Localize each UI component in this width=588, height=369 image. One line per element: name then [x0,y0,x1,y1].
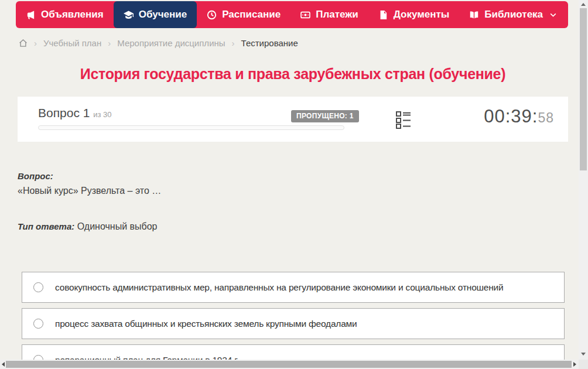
answer-option-label: совокупность административных мер, напра… [55,282,504,293]
answer-option-label: процесс захвата общинных и крестьянских … [55,319,357,329]
question-text: «Новый курс» Рузвельта – это … [18,186,161,196]
breadcrumb-testing: Тестирование [241,38,298,48]
radio-button[interactable] [33,282,43,292]
nav-item-label: Обучение [139,9,187,20]
triangle-up-icon [581,3,586,6]
main-navbar: Объявления Обучение Расписание Платежи Д… [16,1,568,28]
cash-icon [300,10,310,20]
megaphone-icon [26,10,36,20]
chevron-down-icon [548,11,557,19]
nav-item-label: Документы [394,9,450,20]
question-total: из 30 [93,110,111,119]
answer-type-value: Одиночный выбор [77,221,158,231]
page-title: История государства и права зарубежных с… [0,66,586,83]
graduation-cap-icon [124,10,134,20]
nav-item-learning[interactable]: Обучение [114,1,197,28]
timer-minutes: 00:39: [484,106,538,127]
answer-type-row: Тип ответа: Одиночный выбор [18,221,158,232]
skipped-badge: ПРОПУЩЕНО: 1 [291,110,359,122]
triangle-down-icon [581,353,586,356]
triangle-right-icon [573,362,576,367]
question-counter: Вопрос 1 из 30 [38,106,112,120]
horizontal-scrollbar[interactable] [0,360,579,369]
breadcrumb-separator: › [34,38,37,48]
triangle-left-icon [2,362,5,367]
home-icon[interactable] [19,39,28,47]
answer-option[interactable]: совокупность административных мер, напра… [22,272,565,303]
answer-type-label: Тип ответа: [18,221,74,231]
nav-item-label: Расписание [222,9,281,20]
answer-option[interactable]: процесс захвата общинных и крестьянских … [22,308,565,339]
radio-button[interactable] [33,319,43,329]
clock-icon [207,10,217,20]
answer-options: совокупность административных мер, напра… [22,272,565,369]
nav-item-label: Библиотека [484,9,543,20]
horizontal-scrollbar-thumb[interactable] [6,361,572,368]
vertical-scrollbar-thumb[interactable] [580,8,587,170]
question-prompt-label: Вопрос: [18,171,53,181]
question-list-icon [396,122,411,131]
breadcrumb-study-plan[interactable]: Учебный план [43,38,101,48]
nav-item-documents[interactable]: Документы [368,1,460,28]
book-icon [469,10,479,20]
breadcrumb-separator: › [232,38,235,48]
question-list-button[interactable] [395,111,411,129]
nav-item-announcements[interactable]: Объявления [16,1,114,28]
scroll-right-arrow[interactable] [570,360,579,368]
nav-item-library[interactable]: Библиотека [459,1,567,28]
nav-item-label: Объявления [41,9,104,20]
scroll-down-arrow[interactable] [579,350,588,358]
question-number: Вопрос 1 [38,106,90,119]
scroll-up-arrow[interactable] [579,0,588,8]
progress-bar [38,125,344,130]
breadcrumb-discipline-event[interactable]: Мероприятие дисциплины [117,38,225,48]
timer-seconds: 58 [538,110,554,125]
breadcrumb: › Учебный план › Мероприятие дисциплины … [19,36,298,49]
scrollbar-corner [579,360,588,369]
quiz-header-panel: Вопрос 1 из 30 ПРОПУЩЕНО: 1 00:39:58 [18,97,568,142]
nav-item-payments[interactable]: Платежи [290,1,368,28]
document-icon [378,10,388,20]
countdown-timer: 00:39:58 [484,106,554,127]
breadcrumb-separator: › [108,38,111,48]
nav-item-schedule[interactable]: Расписание [197,1,290,28]
vertical-scrollbar[interactable] [579,0,588,360]
nav-item-label: Платежи [316,9,358,20]
